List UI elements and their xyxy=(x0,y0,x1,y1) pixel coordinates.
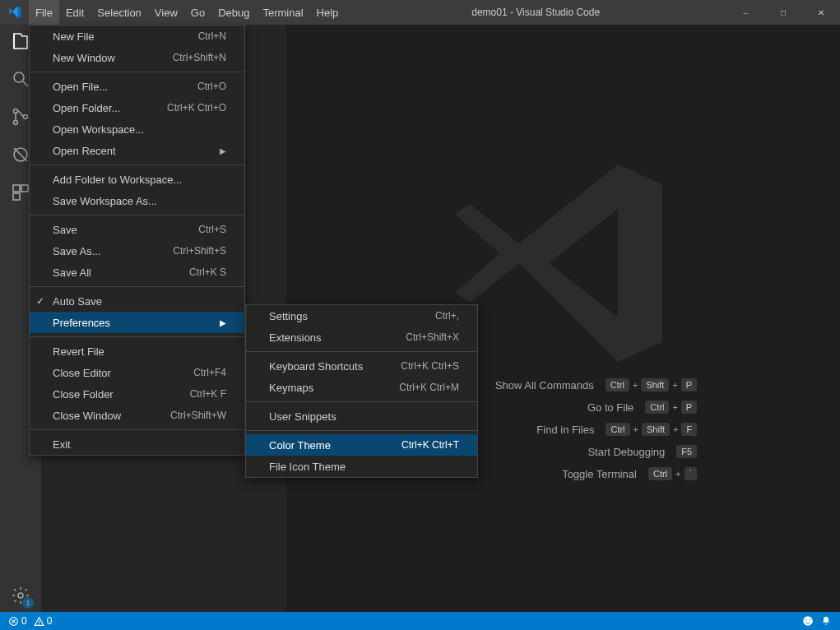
chevron-right-icon: ▶ xyxy=(220,146,226,155)
status-warnings[interactable]: 0 xyxy=(34,615,53,627)
key: F5 xyxy=(676,445,697,458)
svg-rect-7 xyxy=(13,185,20,192)
key: Shift xyxy=(641,378,669,391)
pref-menu-settings[interactable]: SettingsCtrl+, xyxy=(246,305,477,327)
svg-point-15 xyxy=(39,623,39,624)
window-controls: – □ ✕ xyxy=(726,0,840,25)
menubar-file[interactable]: File xyxy=(29,0,59,25)
window-title: demo01 - Visual Studio Code xyxy=(345,7,726,18)
file-menu-save[interactable]: SaveCtrl+S xyxy=(30,219,244,240)
status-bar: 0 0 xyxy=(0,612,840,630)
file-menu-revert-file[interactable]: Revert File xyxy=(30,340,244,362)
file-menu-close-window[interactable]: Close WindowCtrl+Shift+W xyxy=(30,405,244,426)
svg-line-1 xyxy=(23,81,28,86)
file-menu-save-all[interactable]: Save AllCtrl+K S xyxy=(30,262,244,283)
vscode-logo-icon xyxy=(0,5,29,20)
svg-point-3 xyxy=(14,121,18,125)
check-icon: ✓ xyxy=(36,295,44,307)
file-menu-open-file[interactable]: Open File...Ctrl+O xyxy=(30,76,244,97)
menubar-go[interactable]: Go xyxy=(184,0,211,25)
pref-menu-keymaps[interactable]: KeymapsCtrl+K Ctrl+M xyxy=(246,377,477,398)
preferences-submenu: SettingsCtrl+,ExtensionsCtrl+Shift+XKeyb… xyxy=(245,304,478,478)
key: Shift xyxy=(642,423,670,436)
settings-gear-icon[interactable]: 1 xyxy=(11,586,30,605)
svg-point-17 xyxy=(805,619,807,621)
status-bell-icon[interactable] xyxy=(820,615,832,627)
menu-bar: FileEditSelectionViewGoDebugTerminalHelp xyxy=(29,0,345,25)
title-bar: FileEditSelectionViewGoDebugTerminalHelp… xyxy=(0,0,840,25)
settings-badge: 1 xyxy=(22,597,34,609)
menubar-view[interactable]: View xyxy=(148,0,184,25)
pref-menu-color-theme[interactable]: Color ThemeCtrl+K Ctrl+T xyxy=(246,434,477,456)
menubar-selection[interactable]: Selection xyxy=(90,0,147,25)
file-menu-exit[interactable]: Exit xyxy=(30,433,244,455)
file-menu-preferences[interactable]: Preferences▶ xyxy=(30,312,244,333)
close-button[interactable]: ✕ xyxy=(802,0,840,25)
key: Ctrl xyxy=(606,423,629,436)
pref-menu-file-icon-theme[interactable]: File Icon Theme xyxy=(246,456,477,477)
extensions-icon[interactable] xyxy=(11,183,30,202)
file-menu-save-workspace-as[interactable]: Save Workspace As... xyxy=(30,190,244,211)
svg-point-0 xyxy=(14,72,24,82)
svg-rect-9 xyxy=(13,193,20,200)
pref-menu-keyboard-shortcuts[interactable]: Keyboard ShortcutsCtrl+K Ctrl+S xyxy=(246,355,477,377)
minimize-button[interactable]: – xyxy=(726,0,764,25)
key: P xyxy=(681,378,697,391)
svg-rect-8 xyxy=(21,185,28,192)
svg-point-10 xyxy=(18,593,23,598)
file-menu-open-folder[interactable]: Open Folder...Ctrl+K Ctrl+O xyxy=(30,97,244,118)
file-menu-close-folder[interactable]: Close FolderCtrl+K F xyxy=(30,383,244,405)
file-menu-open-workspace[interactable]: Open Workspace... xyxy=(30,118,244,140)
pref-menu-user-snippets[interactable]: User Snippets xyxy=(246,405,477,427)
pref-menu-extensions[interactable]: ExtensionsCtrl+Shift+X xyxy=(246,327,477,348)
menubar-help[interactable]: Help xyxy=(310,0,346,25)
key: Ctrl xyxy=(645,401,669,414)
maximize-button[interactable]: □ xyxy=(764,0,802,25)
file-menu-new-window[interactable]: New WindowCtrl+Shift+N xyxy=(30,47,244,68)
file-menu-auto-save[interactable]: ✓Auto Save xyxy=(30,290,244,312)
status-errors[interactable]: 0 xyxy=(8,615,27,627)
svg-point-2 xyxy=(14,109,18,113)
file-menu-open-recent[interactable]: Open Recent▶ xyxy=(30,140,244,161)
key: Ctrl xyxy=(648,467,672,480)
explorer-icon[interactable] xyxy=(11,31,30,51)
debug-icon[interactable] xyxy=(11,145,30,164)
file-menu-close-editor[interactable]: Close EditorCtrl+F4 xyxy=(30,362,244,383)
status-feedback-icon[interactable] xyxy=(802,615,814,627)
file-menu-add-folder-to-workspace[interactable]: Add Folder to Workspace... xyxy=(30,169,244,190)
key: F xyxy=(681,423,697,436)
file-menu-popup: New FileCtrl+NNew WindowCtrl+Shift+NOpen… xyxy=(29,25,245,456)
key: P xyxy=(681,401,697,414)
source-control-icon[interactable] xyxy=(11,107,30,127)
file-menu-save-as[interactable]: Save As...Ctrl+Shift+S xyxy=(30,240,244,262)
key: Ctrl xyxy=(606,378,629,391)
chevron-right-icon: ▶ xyxy=(220,318,226,327)
menubar-terminal[interactable]: Terminal xyxy=(256,0,309,25)
key: ` xyxy=(685,467,698,480)
menubar-debug[interactable]: Debug xyxy=(211,0,256,25)
svg-point-18 xyxy=(810,619,811,621)
svg-point-16 xyxy=(803,616,813,626)
menubar-edit[interactable]: Edit xyxy=(59,0,90,25)
file-menu-new-file[interactable]: New FileCtrl+N xyxy=(30,25,244,47)
svg-point-4 xyxy=(24,115,28,119)
search-icon[interactable] xyxy=(11,69,30,89)
